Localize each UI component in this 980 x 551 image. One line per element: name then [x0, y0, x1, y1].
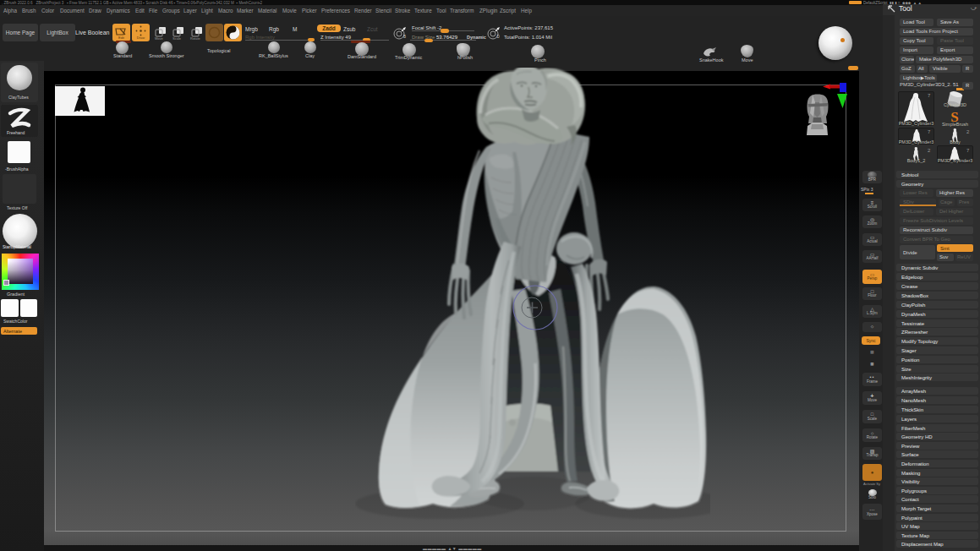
svg-text:D: D — [497, 35, 501, 39]
svg-text:Edit: Edit — [118, 35, 125, 40]
svg-text:B: B — [403, 35, 406, 39]
svg-text:Draw: Draw — [137, 35, 145, 40]
